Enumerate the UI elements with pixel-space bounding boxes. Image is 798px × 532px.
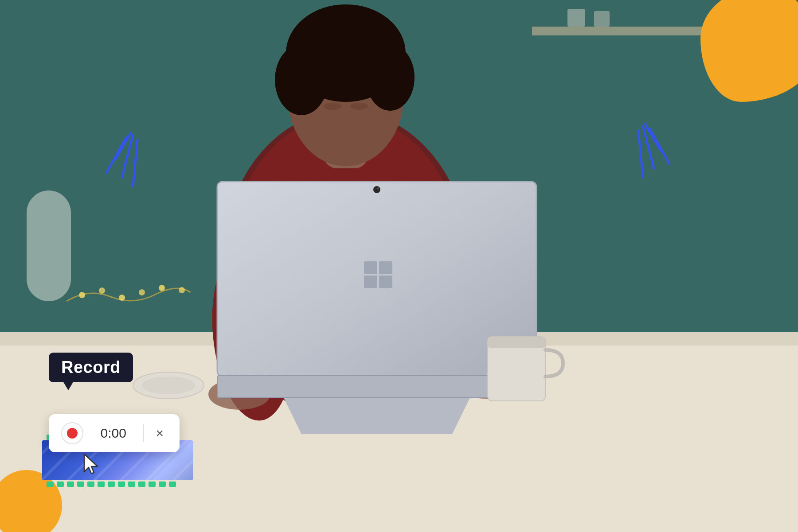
film-hole [159, 482, 166, 487]
film-hole [67, 482, 74, 487]
svg-rect-30 [364, 276, 377, 288]
svg-rect-3 [567, 9, 585, 27]
svg-point-39 [99, 287, 105, 294]
close-icon: × [156, 426, 164, 440]
svg-rect-29 [379, 261, 392, 274]
film-hole [108, 482, 115, 487]
svg-point-41 [139, 289, 145, 295]
film-hole [57, 482, 64, 487]
svg-point-12 [275, 44, 328, 115]
film-hole [77, 482, 84, 487]
svg-point-26 [373, 186, 380, 193]
film-holes-bottom-row [42, 482, 193, 488]
film-hole [87, 482, 94, 487]
svg-rect-2 [532, 27, 709, 35]
svg-marker-33 [284, 398, 470, 434]
svg-point-38 [79, 292, 85, 298]
svg-point-13 [366, 44, 415, 111]
record-tooltip: Record [49, 353, 133, 382]
svg-point-37 [142, 377, 195, 394]
film-hole [149, 482, 156, 487]
svg-line-48 [133, 140, 137, 186]
svg-point-40 [119, 295, 125, 301]
svg-point-27 [377, 187, 379, 189]
cursor-icon [82, 452, 102, 475]
page-wrapper: Record 0:00 × [0, 0, 798, 532]
record-dot-icon [67, 428, 78, 439]
film-hole [138, 482, 145, 487]
svg-rect-28 [364, 261, 377, 274]
film-hole [118, 482, 125, 487]
film-hole [169, 482, 176, 487]
record-controls-divider [143, 424, 144, 442]
svg-point-42 [159, 285, 165, 291]
svg-line-52 [638, 131, 643, 177]
film-hole [128, 482, 135, 487]
orange-blob-top-right [700, 0, 798, 102]
record-controls-card: 0:00 × [49, 414, 180, 452]
svg-marker-53 [84, 454, 98, 474]
svg-rect-4 [594, 11, 610, 27]
svg-point-43 [179, 287, 185, 293]
svg-rect-35 [488, 337, 545, 348]
svg-point-14 [324, 103, 341, 110]
close-button[interactable]: × [152, 425, 167, 442]
svg-point-15 [350, 103, 368, 110]
record-tooltip-label: Record [61, 358, 121, 377]
svg-rect-44 [27, 190, 71, 301]
sparkle-right-svg [612, 120, 678, 217]
record-button[interactable] [61, 422, 83, 444]
svg-rect-31 [379, 276, 392, 288]
film-hole [47, 482, 54, 487]
sparkle-left-svg [98, 128, 164, 226]
film-hole [98, 482, 105, 487]
record-time-display: 0:00 [91, 426, 135, 441]
